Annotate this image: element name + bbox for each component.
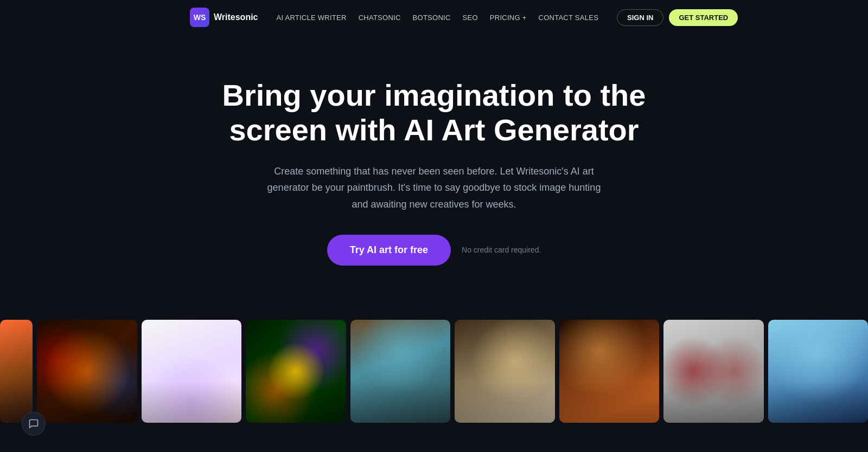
hero-subtext: Create something that has never been see… [266, 163, 602, 213]
gallery-item-redtrees [663, 320, 764, 423]
nav-ai-article-writer[interactable]: AI ARTICLE WRITER [271, 10, 352, 25]
gallery [0, 320, 868, 423]
nav-links: AI ARTICLE WRITER CHATSONIC BOTSONIC SEO… [271, 10, 604, 25]
gallery-item-bedroom [559, 320, 660, 423]
gallery-item-living [455, 320, 555, 423]
nav-contact-sales[interactable]: CONTACT SALES [533, 10, 604, 25]
get-started-button[interactable]: GET STARTED [669, 9, 738, 26]
signin-button[interactable]: SIGN IN [617, 9, 663, 26]
nav-actions: SIGN IN GET STARTED [617, 9, 738, 26]
try-free-button[interactable]: Try AI art for free [327, 235, 451, 266]
brand-name: Writesonic [214, 12, 258, 22]
chat-icon[interactable] [22, 412, 46, 436]
hero-heading: Bring your imagination to the screen wit… [217, 78, 651, 148]
nav-botsonic[interactable]: BOTSONIC [407, 10, 456, 25]
hero-section: Bring your imagination to the screen wit… [0, 35, 868, 298]
gallery-item-husky [768, 320, 869, 423]
gallery-item-woman [246, 320, 346, 423]
gallery-item-partial [0, 320, 33, 423]
gallery-item-sofa [350, 320, 451, 423]
no-credit-text: No credit card required. [462, 246, 541, 254]
logo[interactable]: WS Writesonic [190, 8, 258, 27]
gallery-item-rabbit [37, 320, 137, 423]
nav-pricing[interactable]: PRICING + [484, 10, 532, 25]
cta-row: Try AI art for free No credit card requi… [22, 235, 846, 266]
gallery-item-unicorn [142, 320, 242, 423]
logo-icon: WS [190, 8, 209, 27]
nav-seo[interactable]: SEO [457, 10, 483, 25]
navigation: WS Writesonic AI ARTICLE WRITER CHATSONI… [0, 0, 868, 35]
nav-chatsonic[interactable]: CHATSONIC [353, 10, 406, 25]
